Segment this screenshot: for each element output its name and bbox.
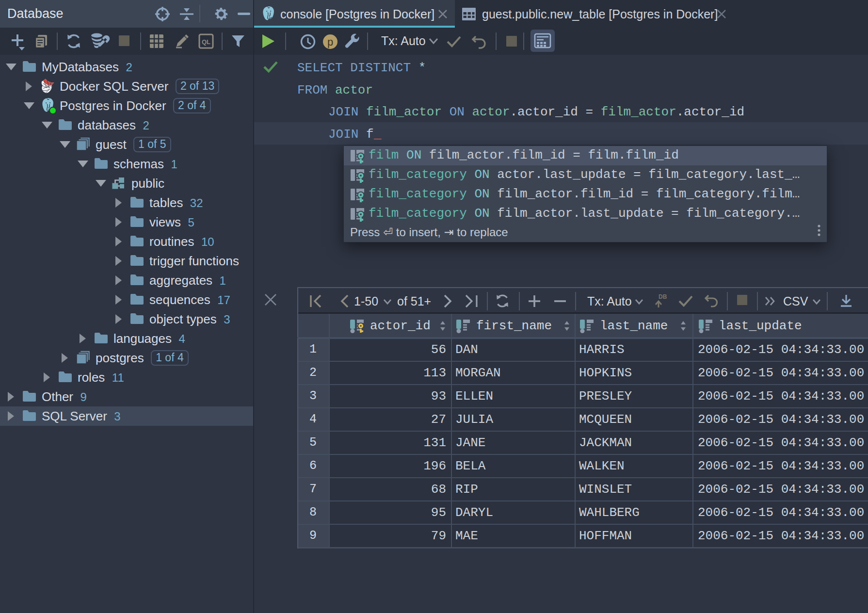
svg-text:QL: QL	[202, 38, 210, 46]
svg-text:DB: DB	[659, 293, 667, 300]
svg-text:p: p	[327, 36, 333, 48]
